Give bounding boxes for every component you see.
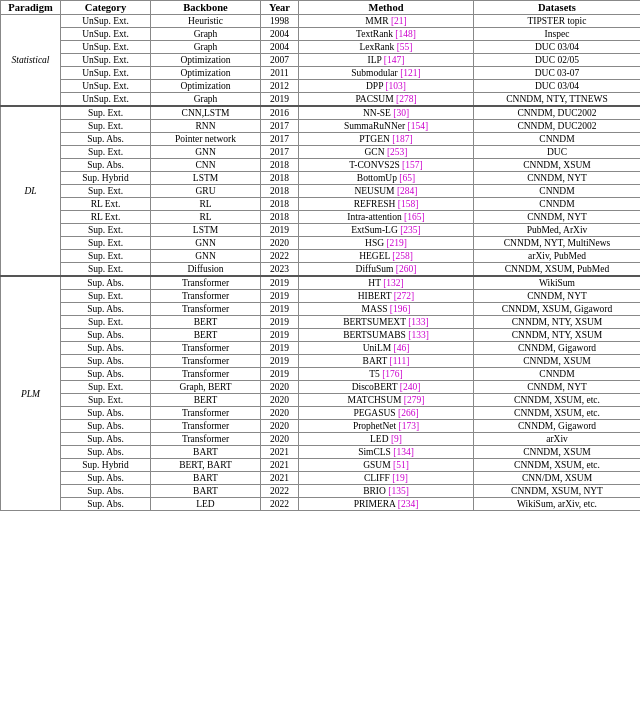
- cell-method: LED [9]: [299, 433, 474, 446]
- cell-year: 2018: [261, 198, 299, 211]
- cell-datasets: CNNDM, XSUM: [474, 446, 641, 459]
- cell-datasets: CNNDM, NYT: [474, 381, 641, 394]
- cell-year: 2020: [261, 407, 299, 420]
- cell-datasets: CNNDM, DUC2002: [474, 106, 641, 120]
- table-row: Sup. Ext.GNN2022HEGEL [258]arXiv, PubMed: [1, 250, 641, 263]
- table-row: PLMSup. Abs.Transformer2019HT [132]WikiS…: [1, 276, 641, 290]
- cell-category: Sup. Ext.: [61, 146, 151, 159]
- cell-category: UnSup. Ext.: [61, 28, 151, 41]
- cell-category: Sup. Hybrid: [61, 459, 151, 472]
- cell-backbone: LED: [151, 498, 261, 511]
- table-row: Sup. Abs.Transformer2019T5 [176]CNNDM: [1, 368, 641, 381]
- cell-method: DiffuSum [260]: [299, 263, 474, 277]
- cell-backbone: BART: [151, 472, 261, 485]
- cell-category: Sup. Abs.: [61, 498, 151, 511]
- cell-backbone: Transformer: [151, 420, 261, 433]
- cell-datasets: CNNDM, XSUM, etc.: [474, 407, 641, 420]
- main-table-wrapper: Paradigm Category Backbone Year Method D…: [0, 0, 640, 511]
- cell-datasets: arXiv: [474, 433, 641, 446]
- cell-method: BART [111]: [299, 355, 474, 368]
- cell-datasets: CNNDM, XSUM, etc.: [474, 394, 641, 407]
- cell-method: PACSUM [278]: [299, 93, 474, 107]
- cell-backbone: Graph: [151, 93, 261, 107]
- cell-method: Submodular [121]: [299, 67, 474, 80]
- cell-backbone: RNN: [151, 120, 261, 133]
- cell-year: 2011: [261, 67, 299, 80]
- table-row: StatisticalUnSup. Ext.Heuristic1998MMR […: [1, 15, 641, 28]
- cell-method: GSUM [51]: [299, 459, 474, 472]
- cell-method: Intra-attention [165]: [299, 211, 474, 224]
- cell-year: 2019: [261, 224, 299, 237]
- cell-datasets: CNNDM, NYT: [474, 211, 641, 224]
- cell-method: UniLM [46]: [299, 342, 474, 355]
- table-row: Sup. Abs.Transformer2019MASS [196]CNNDM,…: [1, 303, 641, 316]
- cell-backbone: RL: [151, 198, 261, 211]
- cell-year: 2004: [261, 41, 299, 54]
- cell-method: MMR [21]: [299, 15, 474, 28]
- cell-year: 2018: [261, 211, 299, 224]
- table-row: UnSup. Ext.Optimization2012DPP [103]DUC …: [1, 80, 641, 93]
- cell-backbone: Transformer: [151, 368, 261, 381]
- table-row: Sup. HybridLSTM2018BottomUp [65]CNNDM, N…: [1, 172, 641, 185]
- cell-method: SummaRuNNer [154]: [299, 120, 474, 133]
- cell-datasets: CNNDM: [474, 185, 641, 198]
- table-row: Sup. Abs.Transformer2019BART [111]CNNDM,…: [1, 355, 641, 368]
- cell-method: HSG [219]: [299, 237, 474, 250]
- cell-backbone: BERT, BART: [151, 459, 261, 472]
- cell-datasets: DUC 03-07: [474, 67, 641, 80]
- cell-category: Sup. Ext.: [61, 290, 151, 303]
- cell-datasets: CNNDM, XSUM, PubMed: [474, 263, 641, 277]
- table-row: Sup. Abs.BART2021CLIFF [19]CNN/DM, XSUM: [1, 472, 641, 485]
- cell-datasets: CNNDM, NTY, XSUM: [474, 329, 641, 342]
- table-row: Sup. Ext.GNN2017GCN [253]DUC: [1, 146, 641, 159]
- cell-year: 2012: [261, 80, 299, 93]
- cell-category: RL Ext.: [61, 211, 151, 224]
- cell-category: Sup. Abs.: [61, 446, 151, 459]
- cell-year: 2022: [261, 498, 299, 511]
- table-row: Sup. Ext.LSTM2019ExtSum-LG [235]PubMed, …: [1, 224, 641, 237]
- header-backbone: Backbone: [151, 1, 261, 15]
- cell-year: 1998: [261, 15, 299, 28]
- cell-method: NEUSUM [284]: [299, 185, 474, 198]
- cell-datasets: CNNDM: [474, 368, 641, 381]
- cell-backbone: Heuristic: [151, 15, 261, 28]
- cell-backbone: Graph: [151, 41, 261, 54]
- table-row: RL Ext.RL2018Intra-attention [165]CNNDM,…: [1, 211, 641, 224]
- cell-method: ExtSum-LG [235]: [299, 224, 474, 237]
- cell-category: Sup. Ext.: [61, 120, 151, 133]
- header-row: Paradigm Category Backbone Year Method D…: [1, 1, 641, 15]
- cell-backbone: Optimization: [151, 54, 261, 67]
- cell-year: 2019: [261, 303, 299, 316]
- cell-backbone: Graph, BERT: [151, 381, 261, 394]
- cell-method: GCN [253]: [299, 146, 474, 159]
- cell-paradigm: PLM: [1, 276, 61, 511]
- cell-method: ProphetNet [173]: [299, 420, 474, 433]
- cell-year: 2018: [261, 185, 299, 198]
- cell-category: Sup. Abs.: [61, 342, 151, 355]
- cell-method: MATCHSUM [279]: [299, 394, 474, 407]
- cell-datasets: CNNDM, XSUM: [474, 355, 641, 368]
- table-row: Sup. Ext.Graph, BERT2020DiscoBERT [240]C…: [1, 381, 641, 394]
- cell-category: Sup. Ext.: [61, 381, 151, 394]
- table-row: Sup. Abs.Transformer2019UniLM [46]CNNDM,…: [1, 342, 641, 355]
- cell-datasets: CNNDM, XSUM: [474, 159, 641, 172]
- cell-backbone: Transformer: [151, 303, 261, 316]
- cell-backbone: BERT: [151, 316, 261, 329]
- cell-year: 2020: [261, 237, 299, 250]
- cell-backbone: Diffusion: [151, 263, 261, 277]
- cell-category: UnSup. Ext.: [61, 15, 151, 28]
- cell-category: Sup. Ext.: [61, 106, 151, 120]
- cell-datasets: WikiSum, arXiv, etc.: [474, 498, 641, 511]
- table-row: UnSup. Ext.Graph2019PACSUM [278]CNNDM, N…: [1, 93, 641, 107]
- cell-category: Sup. Hybrid: [61, 172, 151, 185]
- table-row: DLSup. Ext.CNN,LSTM2016NN-SE [30]CNNDM, …: [1, 106, 641, 120]
- cell-category: Sup. Abs.: [61, 485, 151, 498]
- cell-backbone: Transformer: [151, 342, 261, 355]
- cell-method: HIBERT [272]: [299, 290, 474, 303]
- cell-datasets: CNNDM, XSUM, etc.: [474, 459, 641, 472]
- cell-year: 2022: [261, 485, 299, 498]
- table-row: Sup. Abs.Transformer2020LED [9]arXiv: [1, 433, 641, 446]
- cell-category: Sup. Abs.: [61, 472, 151, 485]
- cell-category: Sup. Abs.: [61, 407, 151, 420]
- cell-backbone: BERT: [151, 394, 261, 407]
